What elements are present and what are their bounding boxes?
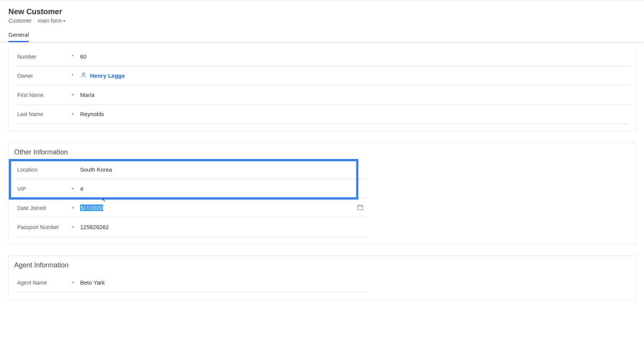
field-value-last-name[interactable] — [80, 111, 628, 117]
recommended-indicator: + — [72, 225, 80, 229]
recommended-indicator: + — [72, 112, 80, 116]
field-label-date-joined: Date Joined — [17, 205, 72, 211]
number-input[interactable] — [80, 53, 628, 60]
field-label-first-name: First Name — [17, 92, 72, 98]
section-agent-information: Agent Information Agent Name + — [8, 256, 636, 300]
entity-label: Customer — [8, 18, 32, 24]
field-value-date-joined[interactable]: 5/7/2020 — [80, 205, 356, 211]
field-label-agent-name: Agent Name — [17, 280, 72, 286]
page-header: New Customer Customer · main form ▾ — [0, 0, 644, 28]
recommended-indicator: + — [72, 206, 80, 210]
field-label-last-name: Last Name — [17, 111, 72, 117]
field-label-passport: Passport Number — [17, 224, 72, 230]
field-value-number[interactable] — [80, 53, 628, 60]
calendar-icon — [357, 204, 364, 212]
field-last-name[interactable]: Last Name + — [14, 105, 630, 124]
field-value-first-name[interactable] — [80, 92, 628, 98]
section-other-information: Other Information Location VIP + Date Jo… — [8, 143, 636, 245]
form-name: main form — [38, 18, 62, 24]
field-first-name[interactable]: First Name + — [14, 85, 630, 105]
separator-dot: · — [34, 18, 36, 24]
field-value-agent-name[interactable] — [80, 279, 365, 286]
tab-general[interactable]: General — [8, 28, 29, 42]
recommended-indicator: + — [72, 187, 80, 191]
location-input[interactable] — [80, 166, 365, 173]
field-value-passport[interactable] — [80, 224, 365, 230]
form-selector[interactable]: main form ▾ — [38, 18, 65, 24]
chevron-down-icon: ▾ — [63, 19, 65, 23]
field-number[interactable]: Number * — [14, 47, 630, 66]
owner-name: Henry Legge — [90, 72, 125, 79]
last-name-input[interactable] — [80, 111, 628, 117]
field-value-location[interactable] — [80, 166, 365, 173]
vip-input[interactable] — [80, 185, 365, 192]
person-icon — [80, 72, 87, 80]
recommended-indicator: + — [72, 93, 80, 97]
recommended-indicator: + — [72, 280, 80, 285]
calendar-button[interactable] — [356, 204, 365, 212]
field-agent-name[interactable]: Agent Name + — [14, 273, 367, 292]
section-title-other: Other Information — [9, 143, 635, 160]
first-name-input[interactable] — [80, 92, 628, 98]
form-area: Number * Owner * Henry Legge — [0, 43, 644, 323]
date-selected-value[interactable]: 5/7/2020 — [80, 205, 103, 211]
required-indicator: * — [72, 74, 80, 78]
field-label-location: Location — [17, 167, 72, 173]
field-value-vip[interactable] — [80, 185, 365, 192]
field-location[interactable]: Location — [14, 160, 367, 179]
field-date-joined[interactable]: Date Joined + 5/7/2020 ↖ — [14, 198, 367, 218]
field-vip[interactable]: VIP + — [14, 179, 367, 198]
passport-input[interactable] — [80, 224, 365, 230]
field-label-number: Number — [17, 54, 72, 60]
section-general-fields: Number * Owner * Henry Legge — [8, 47, 636, 132]
subtitle-row: Customer · main form ▾ — [8, 18, 636, 24]
field-value-owner[interactable]: Henry Legge — [80, 72, 628, 80]
agent-name-input[interactable] — [80, 279, 365, 286]
section-title-agent: Agent Information — [9, 256, 635, 273]
field-passport[interactable]: Passport Number + — [14, 218, 367, 237]
owner-lookup[interactable]: Henry Legge — [80, 72, 125, 80]
field-label-vip: VIP — [17, 186, 72, 192]
page-title: New Customer — [8, 7, 636, 16]
field-label-owner: Owner — [17, 73, 72, 79]
svg-rect-1 — [358, 205, 363, 210]
tab-bar: General — [0, 28, 644, 43]
svg-point-0 — [82, 73, 85, 75]
field-owner[interactable]: Owner * Henry Legge — [14, 66, 630, 85]
required-indicator: * — [72, 54, 80, 59]
